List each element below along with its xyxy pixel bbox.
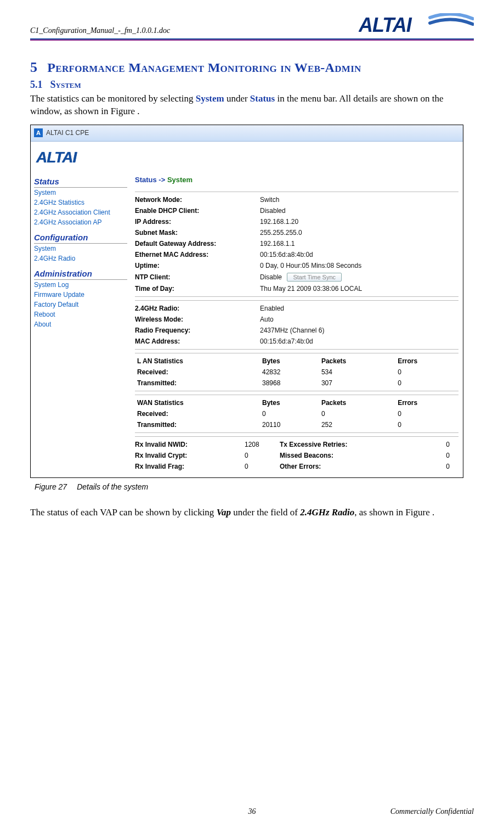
sidebar-item-config-24ghz-radio[interactable]: 2.4GHz Radio: [34, 254, 127, 263]
lan-stats-title: L AN Statistics: [135, 356, 260, 367]
table-header-row: WAN Statistics Bytes Packets Errors: [135, 397, 458, 408]
keyword-24ghz-radio: 2.4GHz Radio: [300, 507, 354, 518]
radio-info-block: 2.4GHz Radio:Enabled Wireless Mode:Auto …: [135, 300, 458, 350]
sidebar-item-about[interactable]: About: [34, 319, 127, 329]
brand-text: ALTAI: [359, 14, 412, 36]
sidebar-group-status: Status System 2.4GHz Statistics 2.4GHz A…: [34, 177, 127, 227]
sidebar-group-administration: Administration System Log Firmware Updat…: [34, 269, 127, 329]
sidebar-item-factory-default[interactable]: Factory Default: [34, 300, 127, 310]
keyword-system: System: [196, 93, 224, 104]
subsection-number: 5.1: [30, 79, 43, 90]
sidebar-item-24ghz-assoc-client[interactable]: 2.4GHz Association Client: [34, 207, 127, 217]
start-time-sync-button[interactable]: Start Time Sync: [287, 273, 342, 282]
row-mac-address: MAC Address:00:15:6d:a7:4b:0d: [135, 336, 458, 347]
figure-caption: Figure 27Details of the system: [35, 482, 474, 491]
lan-stats-block: L AN Statistics Bytes Packets Errors Rec…: [135, 353, 458, 391]
section-title-text: Performance Management Monitoring in Web…: [47, 60, 361, 75]
sidebar-item-24ghz-statistics[interactable]: 2.4GHz Statistics: [34, 198, 127, 207]
table-header-row: L AN Statistics Bytes Packets Errors: [135, 356, 458, 367]
sidebar-item-firmware-update[interactable]: Firmware Update: [34, 290, 127, 300]
subsection-heading: 5.1System: [30, 79, 474, 91]
row-time-of-day: Time of Day:Thu May 21 2009 03:38:06 LOC…: [135, 283, 458, 294]
row-subnet-mask: Subnet Mask:255.255.255.0: [135, 227, 458, 238]
sidebar-item-system-log[interactable]: System Log: [34, 280, 127, 290]
page-content: 5Performance Management Monitoring in We…: [30, 41, 474, 519]
table-row: Transmitted: 20110 252 0: [135, 419, 458, 430]
page-header: C1_Configuration_Manual_-_fm_1.0.0.1.doc…: [30, 0, 474, 37]
sidebar-head-status: Status: [34, 177, 127, 188]
sidebar-item-system[interactable]: System: [34, 188, 127, 198]
table-row: Received: 42832 534 0: [135, 367, 458, 378]
sidebar: Status System 2.4GHz Statistics 2.4GHz A…: [31, 171, 131, 477]
brand-logo: ALTAI: [359, 13, 474, 37]
sidebar-item-24ghz-assoc-ap[interactable]: 2.4GHz Association AP: [34, 217, 127, 227]
app-logo: ALTAI: [32, 147, 81, 166]
figure-caption-text: Details of the system: [77, 482, 148, 491]
row-ethernet-mac: Ethernet MAC Address:00:15:6d:a8:4b:0d: [135, 249, 458, 260]
row-uptime: Uptime:0 Day, 0 Hour:05 Mins:08 Seconds: [135, 260, 458, 271]
confidential-label: Commercially Confidential: [390, 807, 474, 816]
row-wireless-mode: Wireless Mode:Auto: [135, 314, 458, 325]
col-errors: Errors: [395, 397, 458, 408]
favicon-icon: A: [34, 128, 43, 137]
row-network-mode: Network Mode:Switch: [135, 194, 458, 205]
wan-stats-title: WAN Statistics: [135, 397, 260, 408]
breadcrumb-system: System: [167, 176, 192, 184]
col-bytes: Bytes: [260, 356, 319, 367]
intro-paragraph-2: The status of each VAP can be shown by c…: [30, 507, 474, 519]
figure-screenshot: A ALTAI C1 CPE ALTAI Status System 2.4GH…: [30, 125, 463, 478]
breadcrumb-status: Status ->: [135, 176, 165, 184]
row-ip-address: IP Address:192.168.1.20: [135, 216, 458, 227]
col-errors: Errors: [395, 356, 458, 367]
system-info-block: Network Mode:Switch Enable DHCP Client:D…: [135, 192, 458, 297]
page-footer: 36 Commercially Confidential: [30, 807, 474, 816]
col-packets: Packets: [319, 397, 395, 408]
row-24ghz-radio: 2.4GHz Radio:Enabled: [135, 303, 458, 314]
col-bytes: Bytes: [260, 397, 319, 408]
figure-number: Figure 27: [35, 482, 67, 491]
sidebar-item-reboot[interactable]: Reboot: [34, 310, 127, 319]
row-default-gateway: Default Gateway Address:192.168.1.1: [135, 238, 458, 249]
row-radio-frequency: Radio Frequency:2437MHz (Channel 6): [135, 325, 458, 336]
ntp-client-value: Disable: [260, 273, 282, 281]
table-row: Received: 0 0 0: [135, 408, 458, 419]
sidebar-head-administration: Administration: [34, 269, 127, 280]
wan-stats-block: WAN Statistics Bytes Packets Errors Rece…: [135, 395, 458, 433]
row-ntp-client: NTP Client: Disable Start Time Sync: [135, 271, 458, 283]
error-stats-block: Rx Invalid NWID: 1208 Tx Excessive Retri…: [135, 436, 458, 472]
lan-stats-table: L AN Statistics Bytes Packets Errors Rec…: [135, 356, 458, 389]
err-row: Rx Invalid Crypt: 0 Missed Beacons: 0: [135, 450, 458, 461]
breadcrumb: Status -> System: [135, 171, 458, 192]
brand-swoosh-icon: [430, 14, 473, 24]
intro-paragraph-1: The statistics can be monitored by selec…: [30, 93, 474, 118]
sidebar-group-configuration: Configuration System 2.4GHz Radio: [34, 233, 127, 263]
browser-tab-title: ALTAI C1 CPE: [46, 129, 89, 137]
section-number: 5: [30, 59, 37, 75]
document-filename: C1_Configuration_Manual_-_fm_1.0.0.1.doc: [30, 26, 170, 37]
sidebar-head-configuration: Configuration: [34, 233, 127, 244]
row-dhcp-client: Enable DHCP Client:Disabled: [135, 205, 458, 216]
keyword-status: Status: [250, 93, 275, 104]
table-row: Transmitted: 38968 307 0: [135, 378, 458, 389]
main-panel: Status -> System Network Mode:Switch Ena…: [131, 171, 463, 477]
app-logo-row: ALTAI: [31, 142, 463, 171]
subsection-title-text: System: [50, 79, 81, 90]
err-row: Rx Invalid NWID: 1208 Tx Excessive Retri…: [135, 439, 458, 450]
sidebar-item-config-system[interactable]: System: [34, 244, 127, 254]
browser-titlebar: A ALTAI C1 CPE: [31, 125, 463, 142]
err-row: Rx Invalid Frag: 0 Other Errors: 0: [135, 461, 458, 472]
page-number: 36: [248, 807, 256, 816]
col-packets: Packets: [319, 356, 395, 367]
section-heading: 5Performance Management Monitoring in We…: [30, 59, 474, 76]
app-body: Status System 2.4GHz Statistics 2.4GHz A…: [31, 171, 463, 477]
wan-stats-table: WAN Statistics Bytes Packets Errors Rece…: [135, 397, 458, 430]
keyword-vap: Vap: [217, 507, 231, 518]
